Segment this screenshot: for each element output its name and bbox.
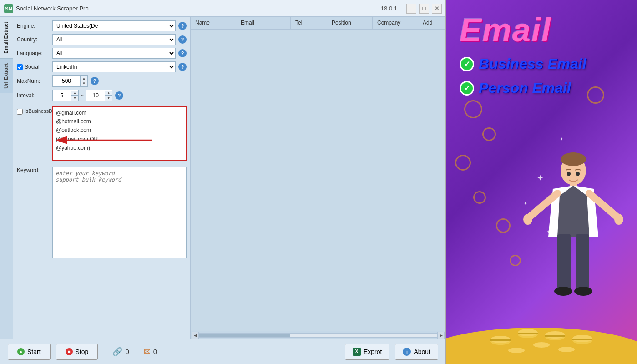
- svg-rect-28: [572, 339, 592, 340]
- interval-min-wrap: ▲ ▼: [52, 90, 79, 101]
- maxnum-label: MaxNum:: [17, 78, 50, 84]
- svg-point-3: [561, 152, 586, 166]
- interval-max-wrap: ▲ ▼: [86, 90, 112, 101]
- interval-min-up[interactable]: ▲: [71, 91, 78, 96]
- close-button[interactable]: ✕: [432, 4, 442, 14]
- interval-max-up[interactable]: ▲: [105, 91, 112, 96]
- feature-person-label: Person Email: [479, 80, 571, 96]
- checkmark-1: ✓: [464, 60, 470, 68]
- exprot-label: Exprot: [364, 348, 382, 355]
- engine-help-button[interactable]: ?: [178, 22, 187, 30]
- svg-rect-19: [490, 339, 511, 341]
- ring-3: [455, 155, 471, 171]
- left-panel: Engine: United States(De ? Country: All …: [13, 17, 191, 339]
- maxnum-down-button[interactable]: ▼: [80, 81, 87, 86]
- right-panel: Name Email Tel Position Company Add ◀ ▶: [191, 17, 445, 339]
- minimize-button[interactable]: —: [406, 4, 416, 14]
- start-button[interactable]: ▶ Start: [8, 344, 51, 360]
- country-label: Country:: [17, 36, 50, 43]
- bottom-bar: ▶ Start ■ Stop 🔗 0 ✉ 0 X Exprot i About: [0, 339, 445, 364]
- svg-point-13: [567, 172, 571, 176]
- main-content: Email Extract Url Extract Engine: United…: [0, 17, 445, 339]
- stop-button[interactable]: ■ Stop: [56, 344, 98, 360]
- interval-min-input[interactable]: [53, 90, 71, 101]
- svg-point-10: [614, 214, 623, 225]
- tab-email-extract[interactable]: Email Extract: [0, 17, 13, 58]
- language-row: Language: All ?: [17, 48, 187, 59]
- promo-panel: ✦ ✦ ✦ ✦ Email ✓ Business Email ✓ Person …: [446, 0, 637, 364]
- interval-help-button[interactable]: ?: [115, 91, 123, 100]
- scrollbar[interactable]: ◀ ▶: [191, 331, 445, 339]
- engine-select[interactable]: United States(De: [52, 20, 176, 31]
- promo-feature-person: ✓ Person Email: [460, 80, 571, 96]
- interval-wrap: ▲ ▼ ~ ▲ ▼: [52, 90, 112, 101]
- maximize-button[interactable]: □: [419, 4, 429, 14]
- ring-4: [471, 189, 488, 206]
- feature-business-label: Business Email: [479, 56, 586, 72]
- col-header-email: Email: [236, 17, 291, 29]
- sparkle-3: ✦: [560, 136, 563, 142]
- domain-section: IsBusinessDomain @gmail.com @hotmail.com…: [17, 106, 187, 161]
- svg-rect-25: [545, 335, 565, 337]
- social-checkbox[interactable]: [17, 64, 23, 70]
- scroll-thumb: [199, 334, 290, 337]
- ring-5: [496, 218, 511, 233]
- col-header-name: Name: [191, 17, 236, 29]
- maxnum-up-button[interactable]: ▲: [80, 76, 87, 81]
- interval-row: Inteval: ▲ ▼ ~ ▲ ▼: [17, 90, 187, 101]
- email-icon: ✉: [144, 347, 151, 357]
- keyword-textarea[interactable]: [52, 167, 187, 258]
- social-select[interactable]: LinkedIn: [52, 61, 176, 72]
- title-bar: SN Social Network Scraper Pro 18.0.1 — □…: [0, 0, 445, 17]
- interval-min-spinners: ▲ ▼: [71, 91, 78, 101]
- list-item: @hotmail.com: [56, 117, 183, 126]
- col-header-position: Position: [327, 17, 373, 29]
- link-count-item: 🔗 0: [112, 347, 129, 357]
- interval-min-down[interactable]: ▼: [71, 96, 78, 101]
- app-title: Social Network Scraper Pro: [16, 5, 381, 12]
- side-tabs: Email Extract Url Extract: [0, 17, 13, 339]
- email-count: 0: [153, 348, 157, 355]
- svg-rect-22: [518, 333, 538, 334]
- app-icon: SN: [4, 4, 13, 13]
- social-help-button[interactable]: ?: [178, 63, 187, 71]
- tab-url-extract[interactable]: Url Extract: [0, 58, 13, 93]
- svg-point-30: [558, 347, 575, 352]
- maxnum-help-button[interactable]: ?: [91, 77, 99, 85]
- start-label: Start: [27, 348, 41, 355]
- maxnum-row: MaxNum: ▲ ▼ ?: [17, 75, 187, 87]
- scroll-right-arrow[interactable]: ▶: [437, 332, 445, 339]
- svg-rect-5: [557, 234, 571, 289]
- svg-point-8: [523, 214, 532, 225]
- country-select[interactable]: All: [52, 34, 176, 45]
- promo-title: Email: [460, 14, 551, 46]
- maxnum-input-wrap: ▲ ▼: [52, 75, 88, 87]
- scroll-left-arrow[interactable]: ◀: [192, 332, 199, 339]
- chain-icon: 🔗: [112, 347, 122, 357]
- is-business-checkbox[interactable]: [17, 109, 23, 115]
- language-select[interactable]: All: [52, 48, 176, 59]
- domain-label-col: IsBusinessDomain: [17, 106, 50, 161]
- ring-1: [461, 97, 485, 121]
- interval-max-down[interactable]: ▼: [105, 96, 112, 101]
- ring-6: [587, 86, 604, 104]
- start-icon: ▶: [17, 348, 25, 355]
- keyword-row: Keyword:: [17, 167, 187, 258]
- app-version: 18.0.1: [381, 5, 397, 12]
- language-help-button[interactable]: ?: [178, 49, 187, 57]
- ring-7: [508, 253, 522, 268]
- link-count: 0: [125, 348, 129, 355]
- col-header-tel: Tel: [291, 17, 327, 29]
- exprot-button[interactable]: X Exprot: [345, 344, 389, 360]
- info-icon: i: [403, 348, 411, 356]
- country-help-button[interactable]: ?: [178, 35, 187, 44]
- red-arrow-icon: [52, 133, 157, 147]
- interval-max-input[interactable]: [86, 90, 105, 101]
- maxnum-input[interactable]: [53, 76, 80, 86]
- engine-row: Engine: United States(De ?: [17, 20, 187, 31]
- scroll-track[interactable]: [199, 333, 437, 338]
- interval-max-spinners: ▲ ▼: [105, 91, 112, 101]
- about-button[interactable]: i About: [395, 344, 438, 360]
- social-row: Social LinkedIn ?: [17, 61, 187, 72]
- svg-point-29: [508, 348, 525, 353]
